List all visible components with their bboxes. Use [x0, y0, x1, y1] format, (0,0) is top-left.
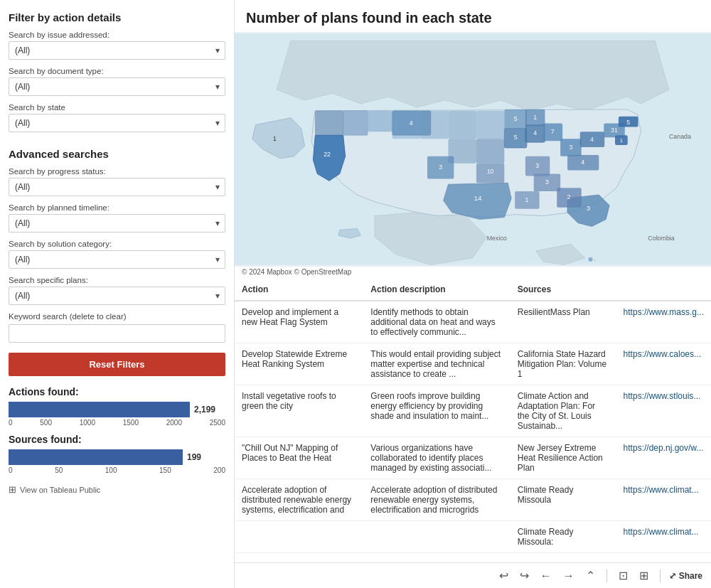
- back-button[interactable]: ←: [538, 568, 555, 584]
- tableau-footer[interactable]: ⊞ View on Tableau Public: [9, 484, 225, 495]
- advanced-section-title: Advanced searches: [9, 148, 225, 160]
- cell-action: Develop Statewide Extreme Heat Ranking S…: [235, 343, 363, 385]
- table-section: Action Action description Sources Develo…: [235, 279, 711, 562]
- map-title: Number of plans found in each state: [235, 0, 711, 32]
- specific-select[interactable]: (All): [9, 287, 225, 305]
- actions-found-label: Actions found:: [9, 386, 225, 397]
- svg-text:7: 7: [551, 128, 555, 135]
- actions-bar: [9, 402, 190, 417]
- cell-action: [235, 521, 363, 553]
- svg-text:4: 4: [410, 119, 413, 127]
- table-row: Accelerate adoption of distributed renew…: [235, 479, 711, 521]
- timeline-label: Search by planned timeline:: [9, 203, 225, 212]
- share-label: Share: [679, 571, 702, 581]
- col-action: Action: [235, 279, 363, 301]
- col-description: Action description: [363, 279, 510, 301]
- svg-text:·: ·: [594, 257, 595, 264]
- results-table: Action Action description Sources Develo…: [235, 279, 711, 553]
- table-row: Install vegetative roofs to green the ci…: [235, 385, 711, 437]
- reset-button[interactable]: Reset Filters: [9, 353, 225, 376]
- cell-action: "Chill Out NJ" Mapping of Places to Beat…: [235, 437, 363, 479]
- svg-text:3: 3: [545, 178, 549, 186]
- extra-back-button[interactable]: ⌃: [583, 567, 598, 584]
- svg-text:Canada: Canada: [669, 133, 691, 140]
- cell-action: Develop and implement a new Heat Flag Sy…: [235, 301, 363, 343]
- col-link: [616, 279, 711, 301]
- svg-text:5: 5: [514, 134, 518, 141]
- svg-text:31: 31: [611, 127, 618, 134]
- svg-text:Colombia: Colombia: [648, 235, 674, 242]
- svg-text:5: 5: [514, 115, 518, 122]
- cell-source: New Jersey Extreme Heat Resilience Actio…: [510, 437, 616, 479]
- cell-source: ResilientMass Plan: [510, 301, 616, 343]
- state-select[interactable]: (All): [9, 114, 225, 132]
- svg-text:4: 4: [581, 159, 584, 166]
- cell-link[interactable]: https://www.mass.g...: [616, 301, 711, 343]
- cell-link[interactable]: https://www.caloes...: [616, 343, 711, 385]
- cell-link[interactable]: https://www.climat...: [616, 521, 711, 553]
- svg-text:1: 1: [620, 137, 623, 144]
- cell-action: Accelerate adoption of distributed renew…: [235, 479, 363, 521]
- timeline-select[interactable]: (All): [9, 214, 225, 232]
- redo-button[interactable]: ↪: [517, 567, 532, 584]
- cell-link[interactable]: https://www.climat...: [616, 479, 711, 521]
- svg-point-53: [589, 257, 593, 262]
- sources-found-label: Sources found:: [9, 434, 225, 445]
- svg-text:4: 4: [533, 129, 537, 137]
- cell-description: Accelerate adoption of distributed renew…: [363, 479, 510, 521]
- state-select-wrapper: (All): [9, 114, 225, 132]
- sources-axis: 0 50 100 150 200: [9, 466, 225, 474]
- solution-label: Search by solution category:: [9, 240, 225, 248]
- cell-description: Identify methods to obtain additional da…: [363, 301, 510, 343]
- svg-rect-9: [476, 111, 504, 139]
- svg-text:5: 5: [626, 119, 630, 126]
- table-row: "Chill Out NJ" Mapping of Places to Beat…: [235, 437, 711, 479]
- table-row: Climate Ready Missoula: https://www.clim…: [235, 521, 711, 553]
- solution-select[interactable]: (All): [9, 250, 225, 269]
- timeline-select-wrapper: (All): [9, 214, 225, 232]
- cell-link[interactable]: https://dep.nj.gov/w...: [616, 437, 711, 479]
- expand-button[interactable]: ⊞: [636, 567, 651, 584]
- progress-select[interactable]: (All): [9, 178, 225, 196]
- left-panel: Filter by action details Search by issue…: [0, 0, 235, 588]
- doc-select-wrapper: (All): [9, 77, 225, 96]
- forward-button[interactable]: →: [560, 568, 577, 584]
- svg-text:14: 14: [474, 194, 481, 202]
- map-container: 1 22: [235, 32, 711, 267]
- col-sources: Sources: [510, 279, 616, 301]
- svg-rect-3: [343, 111, 368, 135]
- specific-label: Search specific plans:: [9, 276, 225, 284]
- cell-link[interactable]: https://www.stlouis...: [616, 385, 711, 437]
- solution-select-wrapper: (All): [9, 250, 225, 269]
- table-row: Develop and implement a new Heat Flag Sy…: [235, 301, 711, 343]
- svg-text:1: 1: [525, 196, 528, 203]
- undo-button[interactable]: ↩: [496, 567, 511, 584]
- map-section: Number of plans found in each state: [235, 0, 711, 279]
- bottom-toolbar: ↩ ↪ ← → ⌃ ⊡ ⊞ ⤢ Share: [235, 562, 711, 588]
- cell-action: Install vegetative roofs to green the ci…: [235, 385, 363, 437]
- actions-count: 2,199: [194, 405, 215, 415]
- svg-text:Mexico: Mexico: [487, 235, 507, 242]
- issue-select-wrapper: (All) HeatFloodingDrought: [9, 41, 225, 60]
- toolbar-separator: [606, 570, 607, 582]
- svg-rect-5: [368, 111, 392, 132]
- tableau-link-label: View on Tableau Public: [20, 486, 100, 494]
- filter-section-title: Filter by action details: [9, 11, 225, 23]
- share-icon: ⤢: [669, 571, 676, 581]
- share-button[interactable]: ⤢ Share: [669, 571, 702, 581]
- sources-bar-row: 199: [9, 449, 225, 465]
- table-row: Develop Statewide Extreme Heat Ranking S…: [235, 343, 711, 385]
- cell-source: California State Hazard Mitigation Plan:…: [510, 343, 616, 385]
- doc-select[interactable]: (All): [9, 77, 225, 96]
- svg-text:4: 4: [590, 136, 594, 143]
- table-header-row: Action Action description Sources: [235, 279, 711, 301]
- svg-text:2: 2: [567, 193, 571, 201]
- svg-text:3: 3: [439, 164, 442, 171]
- keyword-input[interactable]: [9, 324, 225, 343]
- state-label: Search by state: [9, 103, 225, 112]
- issue-label: Search by issue addressed:: [9, 31, 225, 39]
- cell-description: Various organizations have collaborated …: [363, 437, 510, 479]
- keyword-label: Keyword search (delete to clear): [9, 312, 225, 321]
- view-button[interactable]: ⊡: [616, 567, 631, 584]
- issue-select[interactable]: (All) HeatFloodingDrought: [9, 41, 225, 60]
